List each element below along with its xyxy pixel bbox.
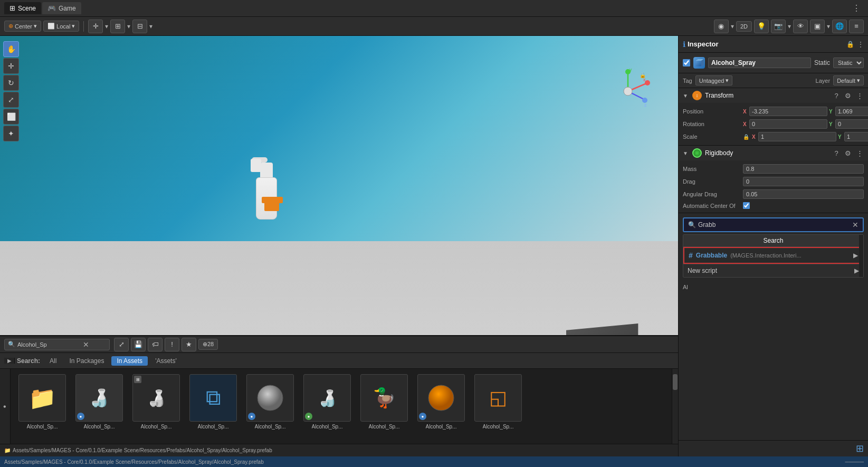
tab-in-assets[interactable]: In Assets xyxy=(111,356,148,366)
asset-thumb-folder: 📁 xyxy=(18,374,66,422)
game-tab-icon: 🎮 xyxy=(47,4,56,12)
search-scrollbar[interactable] xyxy=(859,235,863,277)
camera-btn[interactable]: 📷 xyxy=(771,20,786,33)
asset-item[interactable]: ● Alcohol_Sp... xyxy=(244,374,297,430)
transform-help-btn[interactable]: ? xyxy=(832,91,841,100)
auto-center-checkbox[interactable] xyxy=(743,202,750,209)
asset-item[interactable]: 🍶 ⊞ Alcohol_Sp... xyxy=(130,374,183,430)
asset-scroll-vertical[interactable] xyxy=(672,369,678,444)
move-tool-chevron[interactable]: ▾ xyxy=(105,23,108,30)
snap-btn[interactable]: ⊞ xyxy=(110,20,125,33)
asset-tag-btn[interactable]: 🏷 xyxy=(148,338,163,351)
asset-item[interactable]: 🍶 ● Alcohol_Sp... xyxy=(301,374,354,430)
layers-btn[interactable]: ≡ xyxy=(849,20,864,33)
asset-item[interactable]: ⧉ Alcohol_Sp... xyxy=(187,374,240,430)
local-dropdown[interactable]: ⬜ Local ▾ xyxy=(43,21,79,32)
static-label: Static xyxy=(814,59,830,66)
scale-y-input[interactable] xyxy=(844,132,868,141)
transform-arrow: ▼ xyxy=(683,93,689,99)
scale-xyz: 🔒 X Y Z xyxy=(743,132,868,141)
camera-chevron[interactable]: ▾ xyxy=(788,23,791,30)
snap-chevron[interactable]: ▾ xyxy=(127,23,130,30)
light-btn[interactable]: 💡 xyxy=(754,20,769,33)
inspector-bottom-expand-icon[interactable]: ⊞ xyxy=(856,443,864,454)
pos-x-input[interactable] xyxy=(749,107,827,116)
tag-dropdown[interactable]: Untagged ▾ xyxy=(695,75,733,85)
scale-lock-icon[interactable]: 🔒 xyxy=(743,134,750,140)
rigidbody-settings-btn[interactable]: ⚙ xyxy=(844,149,852,157)
hand-tool[interactable]: ✋ xyxy=(3,41,19,57)
asset-search-bar[interactable]: 🔍 ✕ xyxy=(4,339,110,350)
asset-info-btn[interactable]: ! xyxy=(165,338,179,351)
tab-assets-quoted[interactable]: 'Assets' xyxy=(150,356,182,366)
eye-btn[interactable]: 👁 xyxy=(793,20,808,33)
rigidbody-more-btn[interactable]: ⋮ xyxy=(855,149,864,157)
sphere-btn[interactable]: ◉ xyxy=(714,20,729,33)
pos-y-input[interactable] xyxy=(835,107,868,116)
transform-body: Position X Y Z xyxy=(679,103,868,145)
transform-tool[interactable]: ✦ xyxy=(3,126,19,141)
inspector-more-icon[interactable]: ⋮ xyxy=(857,41,864,48)
search-label: Search: xyxy=(17,357,40,365)
display-btn[interactable]: ▣ xyxy=(810,20,825,33)
asset-search-input[interactable] xyxy=(17,341,81,348)
layer-dropdown[interactable]: Default ▾ xyxy=(833,75,864,85)
move-tool[interactable]: ✛ xyxy=(3,58,19,74)
asset-item[interactable]: 🍶 ● Alcohol_Sp... xyxy=(73,374,126,430)
asset-collapse-btn[interactable]: ▶ xyxy=(4,358,15,364)
move-tool-btn[interactable]: ✛ xyxy=(88,20,103,33)
asset-panel-header: 🔍 ✕ ⤢ 💾 🏷 ! ★ ⊕28 xyxy=(0,336,678,353)
tab-all[interactable]: All xyxy=(44,356,62,366)
object-name-input[interactable] xyxy=(708,58,811,68)
scale-x-input[interactable] xyxy=(758,132,836,141)
bottle-trigger xyxy=(251,159,261,172)
asset-item[interactable]: ◱ Alcohol_Sp... xyxy=(472,374,524,430)
tab-game[interactable]: 🎮 Game xyxy=(42,2,81,14)
grabbable-result[interactable]: # Grabbable (MAGES.Interaction.Interi...… xyxy=(683,247,863,264)
2d-btn[interactable]: 2D xyxy=(736,21,752,32)
mass-input[interactable] xyxy=(743,164,864,174)
asset-count-btn[interactable]: ⊕28 xyxy=(198,339,218,350)
asset-save-btn[interactable]: 💾 xyxy=(131,338,146,351)
new-script-item[interactable]: New script ▶ xyxy=(683,264,863,277)
obj-active-checkbox[interactable] xyxy=(683,59,690,66)
grid-chevron[interactable]: ▾ xyxy=(149,23,152,30)
center-dropdown[interactable]: ⊕ Center ▾ xyxy=(4,21,41,32)
result-hash-icon: # xyxy=(689,251,693,260)
tag-layer-row: Tag Untagged ▾ Layer Default ▾ xyxy=(679,73,868,88)
asset-label: Alcohol_Sp... xyxy=(369,424,400,430)
tab-in-packages[interactable]: In Packages xyxy=(64,356,109,366)
transform-more-btn[interactable]: ⋮ xyxy=(855,91,864,100)
sphere-chevron[interactable]: ▾ xyxy=(731,23,734,30)
rot-x-input[interactable] xyxy=(749,119,827,129)
rect-tool[interactable]: ⬜ xyxy=(3,109,19,125)
asset-item[interactable]: ● Alcohol_Sp... xyxy=(415,374,468,430)
transform-header[interactable]: ▼ ↕ Transform ? ⚙ ⋮ xyxy=(679,88,868,103)
rot-x-label: X xyxy=(743,121,748,127)
asset-search-clear[interactable]: ✕ xyxy=(83,340,89,349)
asset-expand-btn[interactable]: ⤢ xyxy=(114,338,129,351)
globe-btn[interactable]: 🌐 xyxy=(832,20,847,33)
rigidbody-icon xyxy=(692,148,702,158)
asset-item[interactable]: 📁 Alcohol_Sp... xyxy=(16,374,69,430)
rigidbody-header[interactable]: ▼ Rigidbody ? ⚙ ⋮ xyxy=(679,146,868,160)
grid-btn[interactable]: ⊟ xyxy=(132,20,147,33)
inspector-lock-icon[interactable]: 🔒 xyxy=(846,41,854,48)
angular-drag-input[interactable] xyxy=(743,189,864,199)
scale-tool[interactable]: ⤢ xyxy=(3,92,19,108)
display-chevron[interactable]: ▾ xyxy=(827,23,830,30)
static-dropdown[interactable]: Static xyxy=(833,58,864,68)
tab-scene[interactable]: ⊞ Scene xyxy=(4,2,41,14)
add-component-input[interactable] xyxy=(698,221,850,228)
scale-x-item: X xyxy=(752,132,836,141)
drag-input[interactable] xyxy=(743,177,864,186)
rot-y-input[interactable] xyxy=(835,119,868,129)
add-comp-clear-btn[interactable]: ✕ xyxy=(852,221,859,229)
rotation-xyz: X Y Z xyxy=(743,119,868,129)
asset-star-btn[interactable]: ★ xyxy=(182,338,196,351)
rotate-tool[interactable]: ↻ xyxy=(3,75,19,91)
asset-item[interactable]: 🦆 Alcohol_Sp... xyxy=(358,374,411,430)
tabbar-more-icon[interactable]: ⋮ xyxy=(849,3,864,13)
rigidbody-help-btn[interactable]: ? xyxy=(832,149,841,157)
transform-settings-btn[interactable]: ⚙ xyxy=(844,91,852,100)
